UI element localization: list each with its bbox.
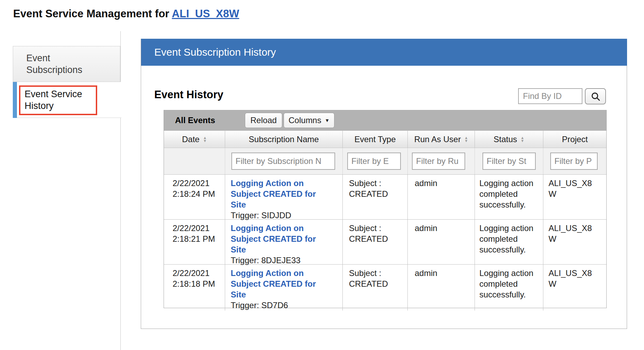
table-row: 2/22/2021 2:18:21 PM Logging Action on S… [164,219,606,264]
sort-icon: ▲▼ [464,136,468,142]
table-row: 2/22/2021 2:18:24 PM Logging Action on S… [164,174,606,219]
project-link[interactable]: ALI_US_X8W [172,8,239,20]
column-header-subscription-name: Subscription Name [225,131,343,148]
search-icon [591,92,600,101]
event-type-cell: Subject : CREATED [343,265,408,311]
run-as-user-cell: admin [408,175,475,221]
columns-label: Columns [288,116,321,125]
subscription-link[interactable]: Logging Action on Subject CREATED for Si… [231,223,324,255]
sidebar-item-event-service-history[interactable]: Event Service History [13,82,121,118]
run-as-user-cell: admin [408,265,475,311]
subscription-cell: Logging Action on Subject CREATED for Si… [225,175,343,221]
status-cell: Logging action completed successfully. [475,220,543,266]
date-cell: 2/22/2021 2:18:21 PM [164,220,225,266]
subscription-cell: Logging Action on Subject CREATED for Si… [225,220,343,266]
highlight-annotation: Event Service History [19,85,97,115]
column-label: Run As User [414,135,461,144]
filter-project-input[interactable] [550,153,598,170]
filter-event-type-input[interactable] [347,153,401,170]
status-cell: Logging action completed successfully. [475,265,543,311]
table-toolbar: All Events Reload Columns ▼ [164,110,606,130]
trigger-text: Trigger: SIDJDD [231,210,342,221]
column-label: Status [494,135,517,144]
filter-cell-run-as-user [408,148,475,174]
subscription-cell: Logging Action on Subject CREATED for Si… [225,265,343,311]
status-cell: Logging action completed successfully. [475,175,543,221]
page-title-text: Event Service Management for [13,8,172,20]
column-label: Event Type [355,135,396,144]
column-label: Date [182,135,200,144]
subscription-link[interactable]: Logging Action on Subject CREATED for Si… [231,178,324,210]
sidebar-item-label: Event Subscriptions [26,52,106,76]
event-history-table: All Events Reload Columns ▼ Date ▲▼ Subs… [164,110,607,308]
table-filter-row [164,148,606,174]
project-cell: ALI_US_X8W [543,220,606,266]
column-label: Subscription Name [249,135,319,144]
date-cell: 2/22/2021 2:18:18 PM [164,265,225,311]
sort-icon: ▲▼ [203,136,207,142]
subscription-link[interactable]: Logging Action on Subject CREATED for Si… [231,268,324,300]
event-subscription-history-panel: Event Subscription History Event History… [141,39,627,329]
columns-dropdown-button[interactable]: Columns ▼ [284,113,334,128]
event-type-cell: Subject : CREATED [343,220,408,266]
sidebar-item-event-subscriptions[interactable]: Event Subscriptions [13,46,120,82]
active-tab-accent-bar [13,82,17,118]
sort-icon: ▲▼ [521,136,524,142]
filter-cell-event-type [343,148,408,174]
sidebar-divider [120,31,121,350]
column-label: Project [562,135,588,144]
filter-cell-project [543,148,606,174]
filter-status-input[interactable] [482,153,536,170]
search-button[interactable] [585,88,606,104]
project-cell: ALI_US_X8W [543,265,606,311]
filter-subscription-input[interactable] [231,153,335,170]
date-cell: 2/22/2021 2:18:24 PM [164,175,225,221]
filter-run-as-user-input[interactable] [412,153,465,170]
panel-header: Event Subscription History [141,39,627,66]
event-type-cell: Subject : CREATED [343,175,408,221]
trigger-text: Trigger: 8DJEJE33 [231,255,342,266]
table-row: 2/22/2021 2:18:18 PM Logging Action on S… [164,264,606,308]
find-by-id-input[interactable] [518,88,582,104]
column-header-run-as-user[interactable]: Run As User ▲▼ [408,131,475,148]
column-header-date[interactable]: Date ▲▼ [164,131,225,148]
filter-cell-status [475,148,543,174]
trigger-text: Trigger: SD7D6 [231,300,342,311]
sidebar-item-label: Event Service History [20,87,92,112]
run-as-user-cell: admin [408,220,475,266]
reload-button[interactable]: Reload [245,113,282,128]
project-cell: ALI_US_X8W [543,175,606,221]
event-history-heading: Event History [154,89,223,101]
scope-label: All Events [175,116,215,125]
column-header-event-type: Event Type [343,131,408,148]
table-header-row: Date ▲▼ Subscription Name Event Type Run… [164,130,606,148]
column-header-project: Project [543,131,606,148]
filter-cell-subscription [225,148,343,174]
page-title: Event Service Management for ALI_US_X8W [13,8,239,20]
column-header-status[interactable]: Status ▲▼ [475,131,543,148]
filter-cell-date [164,148,225,174]
chevron-down-icon: ▼ [325,118,330,123]
